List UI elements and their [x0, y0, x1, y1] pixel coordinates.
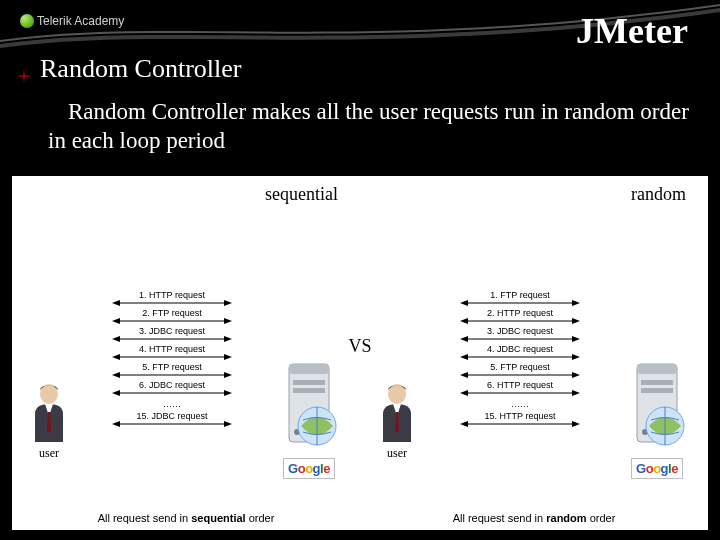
svg-marker-39 — [572, 336, 580, 342]
svg-marker-22 — [224, 421, 232, 427]
svg-marker-45 — [572, 372, 580, 378]
svg-marker-4 — [224, 300, 232, 306]
slide-title: JMeter — [576, 10, 688, 52]
svg-marker-47 — [460, 390, 468, 396]
logo-text: Telerik Academy — [37, 14, 124, 28]
user-column: user — [366, 207, 428, 509]
server-column: Google — [612, 207, 702, 509]
user-column: user — [18, 207, 80, 509]
svg-marker-35 — [460, 318, 468, 324]
svg-marker-18 — [112, 390, 120, 396]
caption-random: All request send in random order — [366, 512, 702, 524]
panel-sequential: sequential user 1. HTTP request 2. FTP r… — [12, 176, 360, 530]
logo: Telerik Academy — [20, 14, 124, 28]
svg-rect-55 — [641, 388, 673, 393]
starburst-icon — [48, 99, 62, 113]
svg-marker-21 — [112, 421, 120, 427]
svg-marker-16 — [224, 372, 232, 378]
mode-label-sequential: sequential — [18, 184, 354, 205]
requests-sequential: 1. HTTP request 2. FTP request 3. JDBC r… — [80, 207, 264, 509]
svg-marker-50 — [460, 421, 468, 427]
logo-mark-icon — [20, 14, 34, 28]
user-label: user — [387, 446, 407, 461]
bullet-text: Random Controller makes all the user req… — [48, 98, 692, 156]
svg-marker-3 — [112, 300, 120, 306]
server-column: Google — [264, 207, 354, 509]
svg-marker-48 — [572, 390, 580, 396]
svg-marker-41 — [460, 354, 468, 360]
svg-marker-38 — [460, 336, 468, 342]
svg-marker-6 — [112, 318, 120, 324]
svg-marker-7 — [224, 318, 232, 324]
slide: Telerik Academy JMeter Random Controller… — [0, 0, 720, 540]
user-label: user — [39, 446, 59, 461]
svg-marker-19 — [224, 390, 232, 396]
svg-marker-44 — [460, 372, 468, 378]
google-logo: Google — [631, 458, 683, 479]
svg-rect-54 — [641, 380, 673, 385]
svg-marker-13 — [224, 354, 232, 360]
panel-random: random user 1. FTP request 2. HTTP reque… — [360, 176, 708, 530]
heading-text: Random Controller — [40, 54, 241, 84]
svg-rect-24 — [289, 364, 329, 374]
user-icon — [25, 382, 73, 444]
svg-marker-15 — [112, 372, 120, 378]
google-logo: Google — [283, 458, 335, 479]
ellipsis: …… — [430, 399, 610, 409]
svg-marker-12 — [112, 354, 120, 360]
svg-rect-26 — [293, 388, 325, 393]
requests-random: 1. FTP request 2. HTTP request 3. JDBC r… — [428, 207, 612, 509]
svg-marker-51 — [572, 421, 580, 427]
svg-marker-42 — [572, 354, 580, 360]
server-icon — [621, 360, 693, 456]
svg-rect-53 — [637, 364, 677, 374]
svg-marker-9 — [112, 336, 120, 342]
diagram-area: sequential user 1. HTTP request 2. FTP r… — [12, 176, 708, 530]
user-icon — [373, 382, 421, 444]
svg-marker-36 — [572, 318, 580, 324]
mode-label-random: random — [366, 184, 702, 205]
svg-rect-25 — [293, 380, 325, 385]
svg-marker-32 — [460, 300, 468, 306]
ellipsis: …… — [82, 399, 262, 409]
starburst-icon — [16, 61, 32, 77]
svg-marker-10 — [224, 336, 232, 342]
server-icon — [273, 360, 345, 456]
heading-random-controller: Random Controller — [16, 54, 241, 84]
caption-sequential: All request send in sequential order — [18, 512, 354, 524]
svg-marker-33 — [572, 300, 580, 306]
